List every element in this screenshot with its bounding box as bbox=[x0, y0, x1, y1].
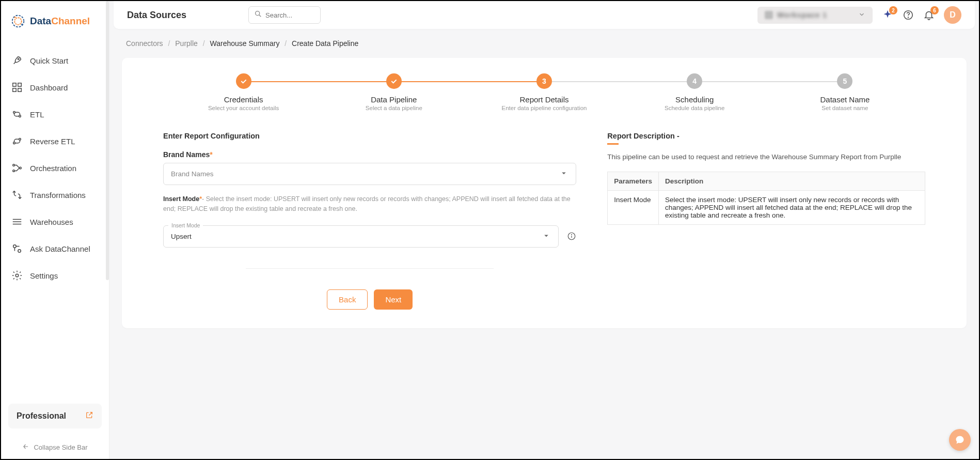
chevron-down-icon bbox=[542, 231, 551, 242]
svg-point-0 bbox=[12, 16, 24, 27]
check-icon bbox=[240, 77, 248, 85]
sidebar-item-warehouses[interactable]: Warehouses bbox=[1, 209, 109, 235]
sidebar-item-orchestration[interactable]: Orchestration bbox=[1, 155, 109, 181]
svg-point-31 bbox=[961, 439, 962, 440]
next-button[interactable]: Next bbox=[374, 289, 413, 310]
content-card: Credentials Select your account details … bbox=[122, 58, 967, 328]
nav: Quick Start Dashboard ETL Reverse ETL Or… bbox=[1, 41, 109, 404]
sidebar-item-label: Quick Start bbox=[30, 56, 68, 65]
table-cell: Select the insert mode: UPSERT will inse… bbox=[658, 191, 925, 225]
step-scheduling[interactable]: 4 Scheduling Schedule data pipeline bbox=[620, 73, 770, 111]
table-cell: Insert Mode bbox=[608, 191, 659, 225]
table-header: Parameters bbox=[608, 172, 659, 191]
insert-mode-select[interactable]: Upsert bbox=[163, 225, 559, 248]
sidebar-scrollbar[interactable] bbox=[106, 1, 109, 280]
collapse-sidebar[interactable]: Collapse Side Bar bbox=[1, 436, 109, 459]
svg-rect-5 bbox=[13, 83, 16, 86]
insert-mode-help: Insert Mode*- Select the insert mode: UP… bbox=[163, 194, 576, 214]
sidebar-item-label: Warehouses bbox=[30, 218, 73, 226]
sidebar-item-transformations[interactable]: Transformations bbox=[1, 182, 109, 208]
sparkle-button[interactable]: 2 bbox=[882, 9, 893, 21]
table-header: Description bbox=[658, 172, 925, 191]
sidebar-item-label: Dashboard bbox=[30, 83, 68, 92]
plan-box[interactable]: Professional bbox=[8, 404, 102, 428]
sidebar-item-quick-start[interactable]: Quick Start bbox=[1, 48, 109, 73]
svg-point-11 bbox=[19, 139, 21, 141]
breadcrumb-item[interactable]: Purplle bbox=[175, 39, 198, 48]
svg-point-30 bbox=[959, 439, 960, 440]
logo[interactable]: DataChannel bbox=[1, 1, 109, 41]
bell-badge: 6 bbox=[930, 6, 939, 14]
svg-point-20 bbox=[18, 250, 21, 253]
section-title: Enter Report Configuration bbox=[163, 132, 576, 140]
info-icon[interactable] bbox=[567, 232, 576, 241]
step-data-pipeline[interactable]: Data Pipeline Select a data pipeline bbox=[319, 73, 469, 111]
divider bbox=[246, 268, 494, 269]
rocket-icon bbox=[11, 55, 23, 66]
search-input-wrapper[interactable] bbox=[248, 6, 321, 24]
svg-point-10 bbox=[19, 115, 21, 117]
table-row: Insert Mode Select the insert mode: UPSE… bbox=[608, 191, 925, 225]
actions: Back Next bbox=[163, 289, 576, 310]
chat-button[interactable] bbox=[949, 429, 971, 451]
chat-icon bbox=[955, 435, 965, 445]
svg-point-25 bbox=[908, 17, 909, 18]
orchestration-icon bbox=[11, 162, 23, 174]
sidebar-item-label: ETL bbox=[30, 110, 44, 119]
step-report-details[interactable]: 3 Report Details Enter data pipeline con… bbox=[469, 73, 619, 111]
workspace-name: Workspace 1 bbox=[777, 11, 827, 19]
sidebar-item-ask[interactable]: Ask DataChannel bbox=[1, 236, 109, 262]
svg-point-29 bbox=[958, 439, 959, 440]
sparkle-badge: 2 bbox=[889, 6, 897, 14]
sidebar-item-label: Transformations bbox=[30, 191, 86, 200]
avatar[interactable]: D bbox=[944, 6, 961, 24]
sidebar-item-label: Reverse ETL bbox=[30, 137, 75, 146]
notifications-button[interactable]: 6 bbox=[923, 9, 935, 21]
logo-icon bbox=[10, 13, 26, 29]
etl-icon bbox=[11, 109, 23, 120]
chevron-down-icon bbox=[559, 168, 568, 179]
svg-point-9 bbox=[13, 112, 15, 114]
svg-point-4 bbox=[18, 58, 19, 60]
insert-mode-float-label: Insert Mode bbox=[168, 221, 203, 229]
brand-names-select[interactable]: Brand Names bbox=[163, 163, 576, 185]
form-left: Enter Report Configuration Brand Names* … bbox=[163, 132, 576, 310]
reverse-etl-icon bbox=[11, 135, 23, 147]
breadcrumb-item: Create Data Pipeline bbox=[292, 39, 358, 48]
warehouse-icon bbox=[11, 216, 23, 227]
form-right: Report Description - This pipeline can b… bbox=[607, 132, 925, 310]
report-desc-text: This pipeline can be used to request and… bbox=[607, 152, 925, 162]
search-input[interactable] bbox=[265, 11, 315, 19]
workspace-dropdown[interactable]: Workspace 1 bbox=[757, 7, 873, 24]
chevron-down-icon bbox=[858, 11, 865, 20]
svg-line-23 bbox=[259, 15, 261, 17]
svg-point-15 bbox=[20, 167, 22, 169]
svg-rect-8 bbox=[18, 88, 21, 91]
step-dataset-name[interactable]: 5 Dataset Name Set dataset name bbox=[770, 73, 920, 111]
sidebar-item-reverse-etl[interactable]: Reverse ETL bbox=[1, 128, 109, 154]
breadcrumb-item[interactable]: Connectors bbox=[126, 39, 163, 48]
svg-point-2 bbox=[14, 17, 16, 18]
main: Data Sources Workspace 1 2 bbox=[109, 1, 979, 459]
collapse-label: Collapse Side Bar bbox=[34, 443, 87, 451]
step-credentials[interactable]: Credentials Select your account details bbox=[168, 73, 319, 111]
sidebar-item-label: Settings bbox=[30, 271, 58, 280]
help-button[interactable] bbox=[903, 9, 914, 21]
report-desc-title: Report Description - bbox=[607, 132, 925, 140]
back-button[interactable]: Back bbox=[327, 289, 368, 310]
sidebar-item-label: Ask DataChannel bbox=[30, 244, 90, 253]
sidebar-item-dashboard[interactable]: Dashboard bbox=[1, 74, 109, 100]
logo-text-first: Data bbox=[30, 16, 51, 26]
sidebar-item-label: Orchestration bbox=[30, 164, 76, 173]
gear-icon bbox=[11, 270, 23, 281]
svg-point-12 bbox=[13, 142, 15, 144]
svg-point-22 bbox=[256, 11, 260, 16]
breadcrumb-item[interactable]: Warehouse Summary bbox=[210, 39, 280, 48]
check-icon bbox=[390, 77, 398, 85]
dashboard-icon bbox=[11, 82, 23, 93]
svg-point-13 bbox=[13, 164, 15, 166]
svg-point-3 bbox=[21, 24, 23, 25]
sidebar-item-etl[interactable]: ETL bbox=[1, 101, 109, 127]
sidebar: DataChannel Quick Start Dashboard ETL Re… bbox=[1, 1, 109, 459]
sidebar-item-settings[interactable]: Settings bbox=[1, 263, 109, 288]
